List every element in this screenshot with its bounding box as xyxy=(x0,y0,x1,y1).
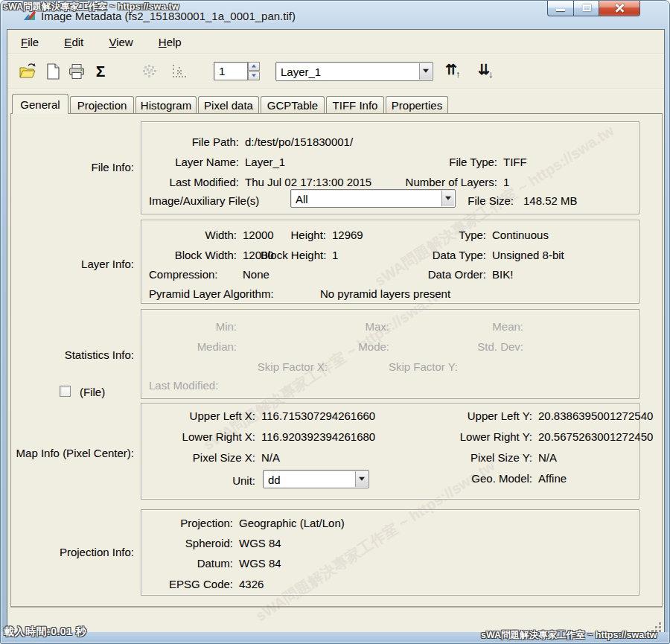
height-value: 12969 xyxy=(332,229,363,241)
projection-label: Projection: xyxy=(141,517,233,529)
layer-combo[interactable]: Layer_1 xyxy=(275,62,433,81)
skip-factor-x-label: Skip Factor X: xyxy=(253,360,328,373)
tab-histogram[interactable]: Histogram xyxy=(135,96,197,113)
epsg-code-value: 4326 xyxy=(239,578,264,590)
toolbar: Σ xyxy=(7,55,664,89)
data-type-label: Data Type: xyxy=(424,249,486,261)
pyramid-value: No pyramid layers present xyxy=(320,287,450,300)
aux-files-combo-value: All xyxy=(296,192,308,205)
spin-down-button[interactable] xyxy=(248,71,260,80)
geo-model-label: Geo. Model: xyxy=(432,472,532,485)
chevron-down-icon[interactable] xyxy=(441,191,454,206)
tab-pixel-data[interactable]: Pixel data xyxy=(198,96,259,113)
map-info-group: Upper Left X: 116.715307294261660 Upper … xyxy=(141,403,639,500)
pixel-size-y-label: Pixel Size Y: xyxy=(432,451,532,464)
menu-help[interactable]: Help xyxy=(156,35,185,49)
tab-tiff-info[interactable]: TIFF Info xyxy=(326,96,384,113)
open-file-button[interactable] xyxy=(18,62,37,81)
stats-last-modified-label: Last Modified: xyxy=(149,379,218,392)
layer-name-value: Layer_1 xyxy=(245,156,285,168)
geo-model-value: Affine xyxy=(538,472,567,485)
epsg-code-label: EPSG Code: xyxy=(141,578,233,590)
chevron-down-icon[interactable] xyxy=(419,63,432,80)
minimize-icon xyxy=(556,9,565,11)
skip-factor-y-label: Skip Factor Y: xyxy=(383,360,458,373)
pixel-statistics-button-disabled xyxy=(140,62,159,81)
spheroid-value: WGS 84 xyxy=(239,537,281,549)
file-info-section-label: File Info: xyxy=(11,161,134,173)
menu-view[interactable]: View xyxy=(106,35,135,49)
watermark-top-left: sWA問題解決專家工作室 ~ https://swa.tw xyxy=(3,1,179,13)
tab-bar: General Projection Histogram Pixel data … xyxy=(7,94,664,113)
data-order-value: BIK! xyxy=(492,268,513,281)
compression-value: None xyxy=(243,268,269,281)
tab-properties[interactable]: Properties xyxy=(386,96,448,113)
tab-projection[interactable]: Projection xyxy=(70,96,134,113)
layer-down-button[interactable]: ⇊↓ xyxy=(478,61,505,82)
new-file-button[interactable] xyxy=(43,62,63,81)
watermark-bottom-right: sWA問題解決專家工作室 ~ https://swa.tw xyxy=(481,629,657,642)
layer-number-input[interactable]: 1 xyxy=(214,62,248,80)
chevron-down-icon[interactable] xyxy=(355,471,368,487)
min-label: Min: xyxy=(141,320,237,333)
load-time-text: 載入時間:0.01 秒 xyxy=(4,625,86,639)
minimize-button[interactable] xyxy=(547,1,574,16)
histogram-button-disabled xyxy=(170,62,189,81)
menu-bar: File Edit View Help xyxy=(7,30,664,54)
spin-up-button[interactable] xyxy=(248,62,260,71)
statistics-group: Min: Max: Mean: Median: Mode: Std. Dev: … xyxy=(141,309,639,399)
projection-info-group: Projection: Geographic (Lat/Lon) Spheroi… xyxy=(141,509,639,596)
print-button[interactable] xyxy=(67,62,86,81)
layer-up-button[interactable]: ⇈↑ xyxy=(445,61,472,82)
printer-icon xyxy=(68,63,86,80)
block-height-label: Block Height: xyxy=(261,249,326,261)
open-folder-icon xyxy=(19,63,36,80)
tab-general[interactable]: General xyxy=(12,94,68,114)
lower-right-x-value: 116.920392394261680 xyxy=(261,430,375,443)
width-label: Width: xyxy=(141,229,237,241)
statistics-section-label: Statistics Info: xyxy=(11,348,134,361)
menu-file[interactable]: File xyxy=(18,35,42,49)
file-statistics-checkbox[interactable] xyxy=(60,386,71,397)
layer-name-label: Layer Name: xyxy=(141,156,239,168)
datum-value: WGS 84 xyxy=(239,557,281,570)
layer-number-spinner: 1 xyxy=(214,62,260,80)
maximize-button[interactable] xyxy=(574,1,599,16)
lower-right-y-label: Lower Right Y: xyxy=(432,430,532,443)
block-width-label: Block Width: xyxy=(141,249,237,261)
last-modified-label: Last Modified: xyxy=(141,176,239,188)
aux-files-combo[interactable]: All xyxy=(290,189,456,208)
menu-edit[interactable]: Edit xyxy=(61,35,86,49)
projection-section-label: Projection Info: xyxy=(11,546,134,558)
std-dev-label: Std. Dev: xyxy=(449,340,523,353)
upper-left-x-value: 116.715307294261660 xyxy=(261,409,375,422)
type-label: Type: xyxy=(424,229,486,241)
file-type-value: TIFF xyxy=(503,156,527,168)
tab-gcptable[interactable]: GCPTable xyxy=(261,96,325,113)
maximize-icon xyxy=(582,4,590,11)
compute-statistics-button[interactable]: Σ xyxy=(91,62,110,81)
aux-files-label: Image/Auxiliary File(s) xyxy=(149,194,259,207)
window-frame: Image Metadata (fs2_151830001_1a_0001_pa… xyxy=(0,0,670,644)
data-order-label: Data Order: xyxy=(424,268,486,281)
close-button[interactable] xyxy=(599,1,640,16)
pyramid-label: Pyramid Layer Algorithm: xyxy=(149,287,274,300)
data-type-value: Unsigned 8-bit xyxy=(492,249,564,261)
general-tab-panel: sWA問題解決專家工作室 ~ https://swa.tw sWA問題解決專家工… xyxy=(10,113,663,607)
max-label: Max: xyxy=(315,320,389,333)
lower-right-y-value: 20.5675263001272450 xyxy=(538,430,653,443)
datum-label: Datum: xyxy=(141,557,233,570)
unit-combo-value: dd xyxy=(268,473,281,485)
pixel-size-y-value: N/A xyxy=(538,451,557,464)
upper-left-y-label: Upper Left Y: xyxy=(432,409,532,422)
unit-combo[interactable]: dd xyxy=(263,470,369,488)
sigma-icon: Σ xyxy=(96,63,106,80)
type-value: Continuous xyxy=(492,229,549,241)
block-height-value: 1 xyxy=(332,249,338,261)
last-modified-value: Thu Jul 02 17:13:00 2015 xyxy=(245,176,371,188)
pixel-cloud-icon xyxy=(141,63,159,80)
file-size-value: 148.52 MB xyxy=(523,194,578,207)
file-checkbox-label: (File) xyxy=(80,386,105,398)
close-icon xyxy=(615,3,625,13)
upper-left-x-label: Upper Left X: xyxy=(141,409,255,422)
